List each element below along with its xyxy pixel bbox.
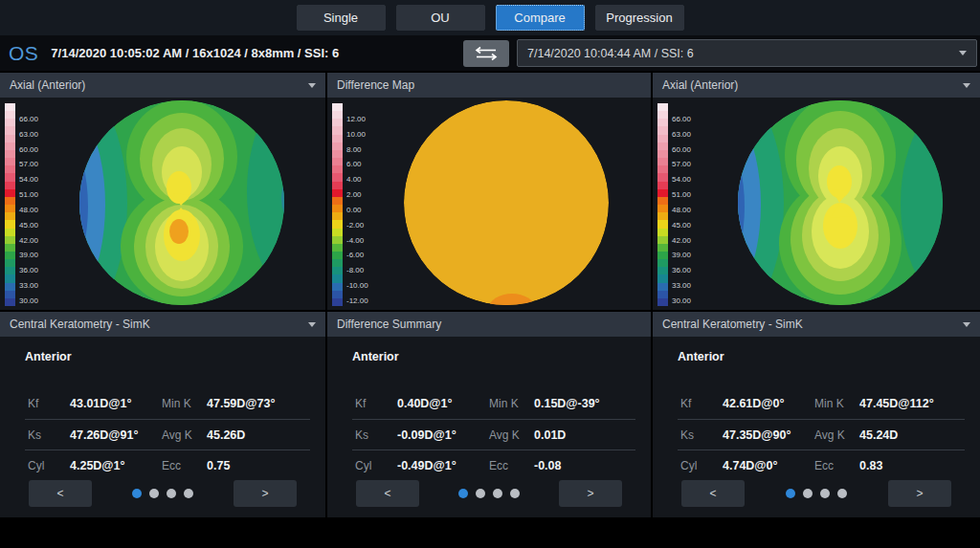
pager-next-button[interactable]: > <box>234 480 297 507</box>
scale-segment <box>5 197 15 205</box>
scale-segment <box>657 229 668 236</box>
scale-labels: 66.0063.0060.0057.0054.0051.0048.0045.00… <box>19 103 38 306</box>
column-compared-exam: Axial (Anterior) 66.0063.0060.0057.0054.… <box>653 73 980 517</box>
scale-segment <box>332 236 343 244</box>
scale-tick-label: 45.00 <box>19 222 38 230</box>
pager-dots <box>132 489 193 498</box>
scale-segment <box>657 150 668 158</box>
tab-ou[interactable]: OU <box>396 5 485 31</box>
pager-next-button[interactable]: > <box>888 480 951 507</box>
metric-row: Kf43.01D@1°Min K47.59D@73° <box>25 388 310 419</box>
metric-label: Kf <box>680 397 723 410</box>
keratometry-summary-panel: Anterior Kf42.61D@0°Min K47.45D@112°Ks47… <box>653 337 980 517</box>
scale-tick-label: 39.00 <box>19 252 38 259</box>
map-type-dropdown[interactable]: Axial (Anterior) <box>0 73 325 98</box>
scale-tick-label: 66.00 <box>19 116 38 123</box>
eye-label: OS <box>9 42 38 65</box>
difference-topography-map <box>327 98 651 310</box>
scale-segment <box>5 212 15 220</box>
scale-segment <box>5 205 15 212</box>
swap-exams-button[interactable] <box>463 40 509 67</box>
scale-segment <box>657 103 668 111</box>
pager-prev-button[interactable]: < <box>681 480 745 507</box>
scale-segment <box>5 189 15 197</box>
scale-tick-label: 12.00 <box>346 116 368 123</box>
surface-section-title: Anterior <box>678 350 980 363</box>
scale-tick-label: 54.00 <box>672 176 691 184</box>
map-type-dropdown[interactable]: Axial (Anterior) <box>653 73 980 98</box>
metric-value: -0.49D@1° <box>397 459 489 472</box>
summary-type-dropdown[interactable]: Central Keratometry - SimK <box>653 312 980 337</box>
page-dot[interactable] <box>803 489 813 498</box>
scale-segment <box>332 150 343 158</box>
metric-value: 43.01D@1° <box>70 397 162 410</box>
scale-segment <box>332 142 343 150</box>
scale-segment <box>5 252 15 259</box>
scale-segment <box>5 103 15 111</box>
scale-segment <box>657 197 668 205</box>
scale-segment <box>332 103 343 111</box>
metric-value: 0.01D <box>534 428 635 442</box>
metric-label: Avg K <box>814 428 859 442</box>
chevron-down-icon <box>308 83 316 88</box>
page-dot[interactable] <box>837 489 847 498</box>
axial-topography-map <box>0 98 325 310</box>
metric-row: Ks47.35D@90°Avg K45.24D <box>678 419 965 449</box>
keratometry-metrics: Kf0.40D@1°Min K0.15D@-39°Ks-0.09D@1°Avg … <box>352 388 635 480</box>
pager-prev-button[interactable]: < <box>356 480 419 507</box>
scale-segment <box>332 212 343 220</box>
scale-tick-label: 57.00 <box>19 161 38 168</box>
scale-segment <box>657 126 668 134</box>
scale-segment <box>332 291 343 298</box>
scale-segment <box>5 182 15 189</box>
scale-segment <box>657 165 668 173</box>
page-dot[interactable] <box>184 489 193 498</box>
metric-row: Kf0.40D@1°Min K0.15D@-39° <box>352 388 635 419</box>
pager-dots <box>458 489 520 498</box>
scale-segment <box>657 212 668 220</box>
summary-type-dropdown[interactable]: Central Keratometry - SimK <box>0 312 325 337</box>
page-dot[interactable] <box>820 489 830 498</box>
pager-prev-button[interactable]: < <box>29 480 92 507</box>
scale-segment <box>332 197 343 205</box>
tab-single[interactable]: Single <box>297 5 386 31</box>
page-dot[interactable] <box>476 489 485 498</box>
scale-segment <box>657 252 668 259</box>
tab-progression[interactable]: Progression <box>595 5 684 31</box>
scale-segment <box>332 274 343 282</box>
scale-segment <box>332 267 343 274</box>
column-current-exam: Axial (Anterior) 66.0063.0060.0057.0054.… <box>0 73 325 517</box>
scale-tick-label: -10.00 <box>346 282 368 290</box>
page-dot[interactable] <box>510 489 520 498</box>
scale-segment <box>332 283 343 291</box>
scale-segment <box>657 274 668 282</box>
scale-segment <box>332 182 343 189</box>
page-dot[interactable] <box>149 489 159 498</box>
page-dot[interactable] <box>458 489 468 498</box>
page-dot[interactable] <box>786 489 795 498</box>
scale-segment <box>657 182 668 189</box>
chevron-down-icon <box>308 322 316 327</box>
scale-tick-label: 54.00 <box>19 176 38 184</box>
metric-label: Avg K <box>162 428 207 442</box>
page-dot[interactable] <box>493 489 502 498</box>
summary-pager: < > <box>0 480 325 517</box>
pager-next-button[interactable]: > <box>559 480 622 507</box>
compare-exam-dropdown[interactable]: 7/14/2020 10:04:44 AM / SSI: 6 <box>517 39 977 67</box>
scale-tick-label: 60.00 <box>672 146 691 154</box>
scale-tick-label: -4.00 <box>346 237 368 245</box>
scale-tick-label: 8.00 <box>346 146 368 154</box>
scale-tick-label: 48.00 <box>19 207 38 214</box>
scale-tick-label: 2.00 <box>346 191 368 199</box>
page-dot[interactable] <box>167 489 176 498</box>
metric-label: Cyl <box>28 459 70 472</box>
scale-segment <box>332 298 343 306</box>
metric-value: 42.61D@0° <box>723 397 814 410</box>
scale-tick-label: 45.00 <box>672 222 691 230</box>
tab-compare[interactable]: Compare <box>496 5 585 31</box>
page-dot[interactable] <box>132 489 142 498</box>
summary-type-label: Central Keratometry - SimK <box>10 318 150 331</box>
surface-section-title: Anterior <box>25 350 325 363</box>
metric-label: Min K <box>162 397 207 410</box>
color-scale: 66.0063.0060.0057.0054.0051.0048.0045.00… <box>5 103 38 306</box>
